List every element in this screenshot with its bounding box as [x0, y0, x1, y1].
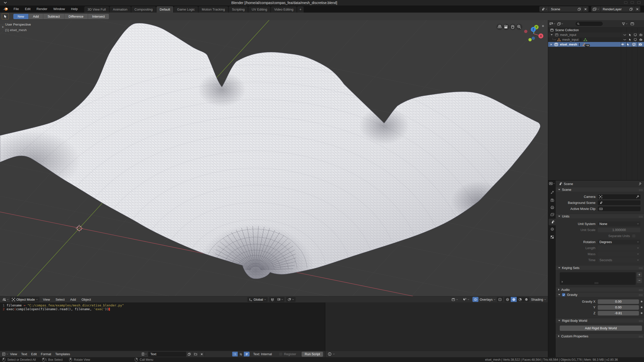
pin-icon[interactable]	[638, 182, 641, 186]
tab-video-editing[interactable]: Video Editing	[271, 6, 297, 13]
filter-dropdown[interactable]	[622, 22, 627, 25]
add-keying-set-button[interactable]: +	[637, 272, 642, 277]
view-menu[interactable]: View	[41, 298, 52, 301]
add-button[interactable]: Add	[29, 14, 43, 19]
panel-header-audio[interactable]: Audio	[556, 287, 644, 292]
object-types-visibility-dropdown[interactable]	[450, 297, 460, 302]
open-text-icon[interactable]	[192, 352, 199, 357]
new-button[interactable]: New	[13, 14, 29, 19]
outliner-search[interactable]	[576, 22, 603, 26]
duplicate-layer-icon[interactable]	[628, 6, 634, 12]
active-tool-button[interactable]	[2, 13, 9, 19]
tab-uv-editing[interactable]: UV Editing	[248, 6, 270, 13]
disclosure-icon[interactable]	[562, 281, 563, 283]
duplicate-text-icon[interactable]	[186, 352, 192, 357]
gravity-checkbox[interactable]	[562, 293, 565, 296]
text-datablock-selector[interactable]: Text	[140, 352, 205, 357]
menu-edit[interactable]: Edit	[22, 6, 33, 13]
tab-texture[interactable]	[549, 234, 556, 240]
animate-dot-button[interactable]	[641, 306, 642, 308]
snap-target-dropdown[interactable]	[276, 297, 285, 302]
render-layer-selector[interactable]: RenderLayer	[591, 6, 640, 12]
panel-grip[interactable]	[639, 267, 639, 268]
tab-scene[interactable]	[549, 219, 556, 225]
viewport-visibility-chip[interactable]	[632, 43, 636, 46]
scene-icon[interactable]	[539, 6, 549, 12]
code-area[interactable]: 1 filename = "C:/compas_fea/examples/mes…	[0, 303, 325, 311]
remove-layer-icon[interactable]	[634, 6, 640, 12]
text-datablock-icon[interactable]	[140, 352, 148, 357]
unit-system-dropdown[interactable]: None	[598, 221, 640, 226]
tab-motion-tracking[interactable]: Motion Tracking	[198, 6, 228, 13]
row-label[interactable]: elset_mesh	[560, 43, 577, 46]
scene-name[interactable]: Scene	[549, 7, 576, 11]
list-grip[interactable]	[595, 282, 595, 283]
unlink-scene-icon[interactable]	[583, 6, 589, 12]
time-dropdown[interactable]: Seconds	[598, 258, 640, 262]
viewport-3d[interactable]: X Y Z User Perspective (1) elset_mesh +	[0, 20, 548, 302]
animate-dot-button[interactable]	[641, 301, 642, 302]
text-datablock-name[interactable]: Text	[148, 352, 186, 357]
tab-animation[interactable]: Animation	[110, 6, 131, 13]
monitor-icon[interactable]	[634, 33, 637, 36]
render-visibility-chip[interactable]	[638, 43, 642, 46]
info-editor[interactable]	[325, 302, 548, 357]
gizmo-neg-x[interactable]	[524, 30, 528, 33]
proportional-edit-dropdown[interactable]	[286, 297, 296, 302]
row-label[interactable]: Scene Collection	[555, 28, 579, 32]
row-label[interactable]: mesh_input	[562, 38, 579, 41]
rotation-dropdown[interactable]: Degrees	[598, 240, 640, 244]
outliner[interactable]: Scene Collection mesh_input	[548, 20, 644, 180]
keying-sets-list[interactable]	[560, 272, 636, 285]
shading-material-button[interactable]	[517, 297, 523, 302]
tab-output[interactable]	[549, 204, 556, 211]
line-numbers-toggle[interactable]	[232, 352, 238, 356]
gravity-z-field[interactable]: -9.81	[598, 311, 639, 315]
select-menu[interactable]: Select	[54, 298, 67, 301]
tab-game-logic[interactable]: Game Logic	[174, 6, 198, 13]
region-expand-button[interactable]	[541, 24, 545, 28]
tab-scripting[interactable]: Scripting	[229, 6, 248, 13]
text-menu[interactable]: Text	[19, 352, 29, 356]
object-menu[interactable]: Object	[79, 298, 93, 301]
panel-grip[interactable]	[639, 336, 639, 336]
difference-button[interactable]: Difference	[64, 14, 88, 19]
editor-type-dropdown[interactable]	[2, 298, 9, 301]
background-scene-field[interactable]	[598, 200, 640, 205]
duplicate-scene-icon[interactable]	[576, 6, 583, 12]
eye-open-icon[interactable]	[621, 43, 624, 46]
panel-header-gravity[interactable]: Gravity	[556, 292, 644, 297]
panel-grip[interactable]	[639, 294, 639, 295]
view-menu[interactable]: View	[8, 352, 19, 356]
camera-field[interactable]	[598, 194, 640, 199]
tab-tool[interactable]	[549, 189, 556, 196]
shading-rendered-button[interactable]	[523, 297, 530, 302]
tab-world[interactable]	[549, 226, 556, 232]
gizmo-neg-z[interactable]	[532, 37, 535, 40]
grid-ortho-button[interactable]	[497, 24, 503, 30]
eyedropper-icon[interactable]	[636, 195, 639, 198]
panel-header-units[interactable]: Units	[556, 214, 644, 219]
menu-help[interactable]: Help	[68, 6, 81, 13]
disclosure-icon[interactable]	[551, 34, 553, 35]
add-menu[interactable]: Add	[68, 298, 78, 301]
zoom-view-button[interactable]	[516, 24, 522, 30]
selectable-pointer-icon[interactable]	[629, 38, 631, 41]
row-elset-mesh[interactable]: elset_mesh +99	[548, 42, 644, 47]
register-checkbox[interactable]	[279, 352, 282, 356]
tab-view-layer[interactable]	[549, 211, 556, 218]
search-input[interactable]	[581, 22, 601, 26]
gizmos-dropdown[interactable]	[461, 297, 471, 302]
close-icon[interactable]	[637, 1, 640, 4]
text-editor[interactable]: 1 filename = "C:/compas_fea/examples/mes…	[0, 302, 325, 357]
overlays-toggle-button[interactable]	[472, 297, 478, 302]
eye-closed-icon[interactable]	[623, 34, 626, 36]
subtract-button[interactable]: Subtract	[43, 14, 64, 19]
add-rigid-body-world-button[interactable]: Add Rigid Body World	[560, 326, 642, 331]
gizmo-neg-y[interactable]	[529, 38, 532, 41]
shading-wireframe-button[interactable]	[504, 297, 511, 302]
disclosure-icon[interactable]	[551, 43, 552, 46]
animate-dot-button[interactable]	[641, 312, 642, 314]
mass-dropdown[interactable]	[598, 252, 640, 256]
panel-grip[interactable]	[639, 216, 639, 216]
